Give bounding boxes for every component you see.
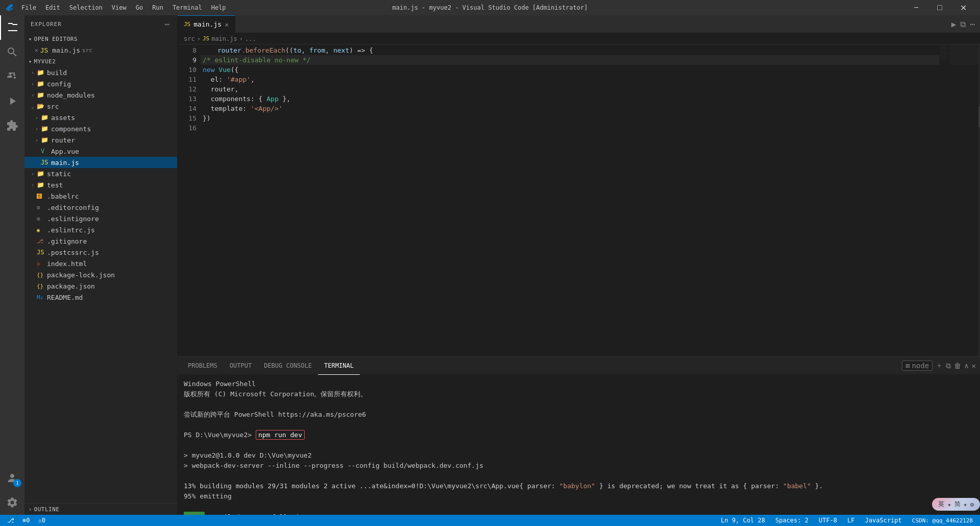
sidebar-header-actions: ⋯ [163, 18, 171, 30]
close-button[interactable]: ✕ [951, 0, 975, 15]
menu-view[interactable]: View [108, 0, 131, 15]
status-line-ending[interactable]: LF [844, 515, 857, 526]
tree-item-test[interactable]: › 📁 test [24, 179, 177, 190]
code-editor: 8 9 10 11 12 13 14 15 16 router.beforeEa… [178, 44, 980, 356]
tree-item-eslintrc[interactable]: ◉ .eslintrc.js [24, 224, 177, 235]
folder-icon: 📁 [37, 91, 45, 99]
menu-help[interactable]: Help [207, 0, 230, 15]
tree-item-node-modules[interactable]: › 📁 node_modules [24, 89, 177, 101]
activity-run[interactable] [0, 89, 24, 113]
open-editors-header[interactable]: ▾ Open Editors [24, 33, 177, 44]
tree-label: .babelrc [47, 193, 79, 200]
babel-val: "babel" [783, 482, 811, 490]
tab-main-js[interactable]: JS main.js ✕ [178, 15, 235, 33]
menu-file[interactable]: File [17, 0, 40, 15]
tree-item-build[interactable]: › 📁 build [24, 67, 177, 78]
tree-item-app-vue[interactable]: V App.vue [24, 146, 177, 157]
code-components: components: { [203, 94, 266, 104]
breadcrumb-src[interactable]: src [184, 35, 195, 42]
tree-item-editorconfig[interactable]: ⚙ .editorconfig [24, 202, 177, 213]
close-icon[interactable]: ✕ [35, 47, 38, 54]
menu-edit[interactable]: Edit [41, 0, 64, 15]
breadcrumb: src › JS main.js › ... [178, 33, 980, 44]
tab-output[interactable]: OUTPUT [224, 357, 258, 375]
kill-terminal-icon[interactable]: 🗑 [954, 362, 961, 370]
menu-go[interactable]: Go [132, 0, 147, 15]
fold-arrow [203, 45, 209, 55]
tree-item-package-lock[interactable]: {} package-lock.json [24, 269, 177, 280]
split-terminal-icon[interactable]: ⧉ [946, 362, 951, 370]
activity-source-control[interactable] [0, 64, 24, 89]
tab-close-icon[interactable]: ✕ [225, 21, 229, 28]
line-num-11: 11 [178, 75, 197, 84]
maximize-button[interactable]: □ [928, 0, 951, 15]
error-icon: ⊗ [22, 517, 26, 524]
tree-item-config[interactable]: › 📁 config [24, 78, 177, 89]
breadcrumb-symbol[interactable]: ... [245, 35, 256, 42]
tree-item-assets[interactable]: › 📁 assets [24, 112, 177, 123]
activity-account[interactable]: 1 [0, 466, 24, 490]
open-file-path: src [82, 47, 92, 54]
terminal-content[interactable]: Windows PowerShell 版权所有 (C) Microsoft Co… [178, 375, 980, 515]
add-terminal-icon[interactable]: ＋ [936, 361, 943, 370]
ime-lang-en: 英 [938, 500, 944, 509]
status-language[interactable]: JavaScript [862, 515, 905, 526]
menu-terminal[interactable]: Terminal [168, 0, 206, 15]
code-el-val: '#app' [227, 75, 251, 84]
activity-bottom-section: 1 [0, 466, 24, 515]
status-user[interactable]: CSDN: @qq_44622128 [909, 515, 976, 526]
run-icon[interactable]: ▶ [950, 18, 958, 30]
tree-item-src[interactable]: ⌄ 📂 src [24, 101, 177, 112]
ime-widget[interactable]: 英 ✦ 简 ✦ ⚙ [932, 498, 980, 511]
ime-settings-icon[interactable]: ⚙ [970, 501, 974, 508]
maximize-panel-icon[interactable]: ∧ [964, 362, 968, 370]
menu-run[interactable]: Run [148, 0, 167, 15]
tree-item-index-html[interactable]: ◇ index.html [24, 258, 177, 269]
json-file-icon: {} [37, 283, 45, 290]
tree-item-static[interactable]: › 📁 static [24, 168, 177, 179]
open-editors-section: ▾ Open Editors ✕ JS main.js src [24, 33, 177, 56]
more-actions-icon[interactable]: ⋯ [969, 18, 976, 30]
minimize-button[interactable]: − [904, 0, 928, 15]
status-spaces[interactable]: Spaces: 2 [772, 515, 812, 526]
project-header[interactable]: ▾ MYVUE2 [24, 56, 177, 67]
parser-deprecated: { parser: [519, 482, 559, 490]
tree-item-package-json[interactable]: {} package.json [24, 280, 177, 292]
activity-settings[interactable] [0, 490, 24, 515]
outline-header[interactable]: › Outline [24, 504, 177, 515]
code-content[interactable]: router.beforeEach((to, from, next) => { … [201, 44, 939, 356]
tree-item-babelrc[interactable]: 🅱 .babelrc [24, 190, 177, 202]
status-line-col[interactable]: Ln 9, Col 28 [718, 515, 768, 526]
tree-item-components[interactable]: › 📁 components [24, 123, 177, 134]
status-git[interactable]: ⎇ [4, 515, 17, 526]
menu-selection[interactable]: Selection [65, 0, 107, 15]
tree-item-postcssrc[interactable]: JS .postcssrc.js [24, 247, 177, 258]
status-warnings[interactable]: ⚠ 0 [35, 515, 48, 526]
tab-debug-console[interactable]: DEBUG CONSOLE [258, 357, 318, 375]
tab-label: OUTPUT [230, 362, 252, 369]
code-line-14: template: '<App/>' [201, 104, 939, 113]
new-file-icon[interactable]: ⋯ [163, 18, 171, 30]
tree-item-router[interactable]: › 📁 router [24, 134, 177, 146]
activity-explorer[interactable] [0, 15, 24, 40]
open-file-main-js[interactable]: ✕ JS main.js src [24, 44, 177, 56]
close-panel-icon[interactable]: ✕ [972, 362, 976, 370]
line-num-10: 10 [178, 65, 197, 75]
tree-item-main-js[interactable]: JS main.js [24, 157, 177, 168]
terminal-line-blank1 [184, 399, 974, 410]
tree-item-readme[interactable]: M↓ README.md [24, 292, 177, 303]
tab-problems[interactable]: PROBLEMS [182, 357, 224, 375]
tree-label: .gitignore [47, 237, 87, 245]
tab-terminal[interactable]: TERMINAL [318, 357, 360, 375]
code-comp-close: }, [279, 94, 290, 104]
split-editor-icon[interactable]: ⧉ [959, 18, 967, 30]
ime-sep1: ✦ [947, 501, 951, 508]
open-editors-label: Open Editors [34, 36, 78, 42]
activity-search[interactable] [0, 40, 24, 64]
tree-item-eslintignore[interactable]: ⚙ .eslintignore [24, 213, 177, 224]
breadcrumb-file[interactable]: main.js [211, 35, 237, 42]
status-encoding[interactable]: UTF-8 [816, 515, 840, 526]
activity-extensions[interactable] [0, 113, 24, 138]
tree-item-gitignore[interactable]: ⎇ .gitignore [24, 235, 177, 247]
status-errors[interactable]: ⊗ 0 [19, 515, 33, 526]
